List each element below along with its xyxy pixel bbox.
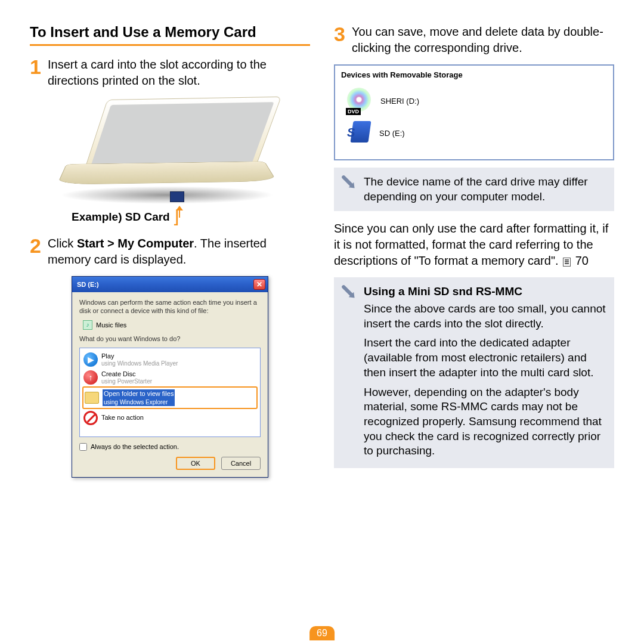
device-label: SHERI (D:) [380,97,419,106]
close-icon[interactable]: ✕ [253,279,265,290]
step-text: Insert a card into the slot according to… [48,57,310,89]
device-dvd[interactable]: DVD SHERI (D:) [339,84,609,117]
laptop-illustration [54,100,310,207]
music-icon: ♪ [83,320,92,330]
action-play[interactable]: ▶ Playusing Windows Media Player [82,351,258,369]
devices-box: Devices with Removable Storage DVD SHERI… [334,64,614,160]
mini-sd-p1: Since the above cards are too small, you… [364,302,607,331]
wmp-icon: ▶ [83,352,98,367]
example-sd-card-label: Example) SD Card⌋ [72,210,310,224]
mini-sd-p2: Insert the card into the dedicated adapt… [364,336,607,380]
dialog-titlebar: SD (E:) ✕ [72,277,268,292]
no-action-icon [83,411,98,425]
always-checkbox-row[interactable]: Always do the selected action. [79,443,261,451]
sd-icon: S [346,121,371,145]
file-type-row: ♪ Music files [83,320,261,330]
page-ref-icon [563,258,571,267]
folder-icon [85,392,99,404]
pencil-icon [336,280,360,304]
step-number: 1 [30,57,44,89]
step-text: You can save, move and delete data by do… [352,24,614,56]
action-create-disc[interactable]: ↑ Create Discusing PowerStarter [82,369,258,386]
note-mini-sd: Using a Mini SD snd RS-MMC Since the abo… [334,277,614,468]
section-title: To Insert and Use a Memory Card [30,24,310,46]
pencil-icon [336,170,360,194]
action-open-folder[interactable]: Open folder to view filesusing Windows E… [82,386,258,409]
step-number: 3 [334,24,348,56]
step-3: 3 You can save, move and delete data by … [334,24,614,56]
action-list[interactable]: ▶ Playusing Windows Media Player ↑ Creat… [79,348,261,437]
always-checkbox[interactable] [79,443,87,451]
dialog-prompt: What do you want Windows to do? [79,335,261,343]
page-number: 69 [309,626,335,640]
format-paragraph: Since you can only use the card after fo… [334,221,614,269]
dvd-icon: DVD [346,88,372,114]
mini-sd-title: Using a Mini SD snd RS-MMC [364,284,607,299]
device-label: SD (E:) [379,129,405,138]
always-label: Always do the selected action. [91,443,179,450]
cancel-button[interactable]: Cancel [221,457,261,470]
devices-header: Devices with Removable Storage [339,69,609,84]
action-take-no-action[interactable]: Take no action [82,409,258,427]
step-number: 2 [30,236,44,268]
powerstarter-icon: ↑ [83,370,98,385]
dialog-description: Windows can perform the same action each… [79,298,261,315]
ok-button[interactable]: OK [176,457,215,470]
dialog-title: SD (E:) [77,281,99,288]
autoplay-dialog: SD (E:) ✕ Windows can perform the same a… [72,276,268,478]
step-1: 1 Insert a card into the slot according … [30,57,310,89]
step-2: 2 Click Start > My Computer. The inserte… [30,236,310,268]
step-text: Click Start > My Computer. The inserted … [48,236,310,268]
device-sd[interactable]: S SD (E:) [339,117,609,148]
mini-sd-p3: However, depending on the adapter's body… [364,385,607,459]
note-device-name: The device name of the card drive may di… [334,168,614,211]
